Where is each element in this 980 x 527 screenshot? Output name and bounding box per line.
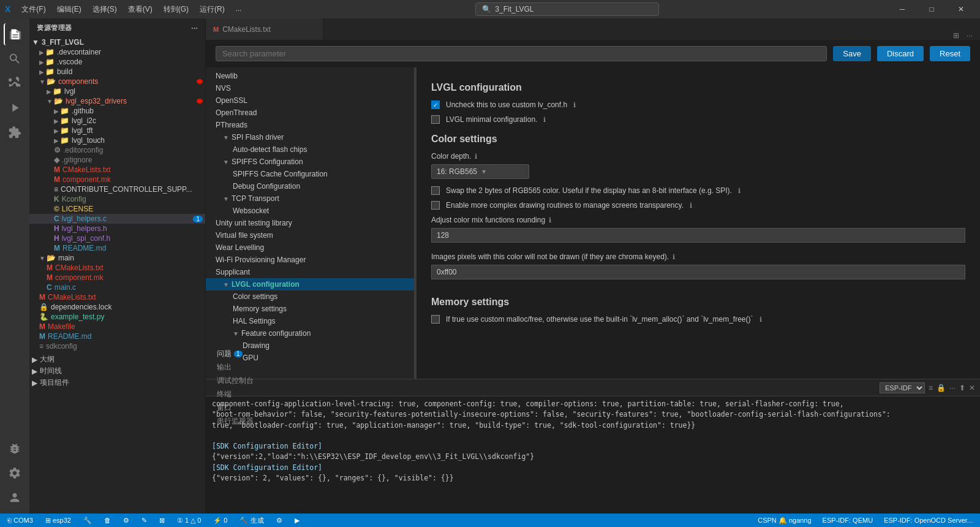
tree-item[interactable]: ▼📂lvgl_esp32_drivers [29,96,205,106]
checkbox-swap-bytes[interactable] [431,186,440,195]
status-port[interactable]: ⎗ COM3 [5,517,36,524]
info-icon-minimal-conf[interactable]: ℹ [543,116,546,124]
sdk-nav-item[interactable]: Supplicant [206,266,414,278]
tree-item[interactable]: ≡CONTRIBUTE_CONTROLLER_SUPP... [29,184,205,194]
checkbox-minimal-conf[interactable] [431,115,440,124]
status-gear-icon[interactable]: ⚙ [121,517,132,525]
sdk-nav-item[interactable]: Websocket [206,205,414,217]
minimize-button[interactable]: ─ [888,0,916,18]
tree-item[interactable]: MCMakeLists.txt [29,263,205,273]
tree-item[interactable]: 🐍example_test.py [29,312,205,322]
menu-item[interactable]: 转到(G) [159,3,194,16]
tree-item[interactable]: ▶📁lvgl [29,86,205,96]
status-build-gear[interactable]: ⚙ [274,517,285,525]
tree-item[interactable]: Hlvgl_helpers.h [29,224,205,233]
info-icon-color-depth[interactable]: ℹ [475,153,477,161]
menu-item[interactable]: ... [231,3,247,16]
terminal-close-icon[interactable]: ✕ [969,384,975,392]
tree-item[interactable]: ▶📁.github [29,106,205,116]
terminal-maximize-icon[interactable]: ⬆ [959,384,965,392]
menu-item[interactable]: 选择(S) [88,3,122,16]
tree-item[interactable]: Mcomponent.mk [29,175,205,184]
status-openocd[interactable]: ESP-IDF: OpenOCD Server... [881,517,975,525]
tree-item[interactable]: ▶📁.vscode [29,57,205,67]
tree-item[interactable]: MREADME.md [29,332,205,341]
sdk-nav-item[interactable]: ▼SPI Flash driver [206,131,414,143]
tree-item[interactable]: ▶📁build [29,67,205,77]
info-icon-custom-malloc[interactable]: ℹ [760,316,762,324]
tree-item[interactable]: ▼📂components [29,77,205,86]
tree-item[interactable]: MCMakeLists.txt [29,165,205,175]
checkbox-custom-conf[interactable] [431,100,440,109]
terminal-tab-调试控制台[interactable]: 调试控制台 [211,374,260,388]
color-mix-rounding-input[interactable] [431,228,965,243]
tree-item[interactable]: ▶📁.devcontainer [29,47,205,57]
tree-item[interactable]: Cmain.c [29,282,205,292]
tree-item[interactable]: MMakefile [29,322,205,332]
status-qemu[interactable]: ESP-IDF: QEMU [820,517,876,525]
status-run[interactable]: ▶ [292,517,302,525]
menu-item[interactable]: 查看(V) [123,3,157,16]
info-icon-complex-drawing[interactable]: ℹ [690,202,692,210]
color-depth-select[interactable]: 16: RGB565▾ [431,164,529,179]
sidebar-section-timeline[interactable]: ▶ 时间线 [29,365,205,377]
tree-item[interactable]: ▼📂main [29,253,205,263]
sidebar-section-outline[interactable]: ▶ 大纲 [29,354,205,365]
status-errors[interactable]: ① 1 △ 0 [175,517,203,525]
tree-item[interactable]: 🔒dependencies.lock [29,302,205,312]
checkbox-complex-drawing[interactable] [431,201,440,210]
tree-item[interactable]: ©LICENSE [29,204,205,214]
status-warnings[interactable]: ⚡ 0 [211,517,230,525]
sdk-nav-item[interactable]: OpenSSL [206,94,414,107]
menu-item[interactable]: 编辑(E) [52,3,86,16]
sdk-nav-item[interactable]: ▼LVGL configuration [206,278,414,290]
menu-item[interactable]: 运行(R) [195,3,230,16]
sdk-nav-item[interactable]: PThreads [206,119,414,131]
terminal-tab-问题[interactable]: 问题1 [211,347,260,361]
title-search-box[interactable]: 🔍 3_Fit_LVGL [475,2,659,16]
sdk-nav-item[interactable]: ▼TCP Transport [206,192,414,205]
tree-item[interactable]: ▶📁lvgl_i2c [29,116,205,126]
sdk-nav-item[interactable]: HAL Settings [206,315,414,327]
discard-button[interactable]: Discard [877,46,924,61]
sidebar-more[interactable]: ··· [191,25,198,32]
sdk-nav-item[interactable]: Wear Levelling [206,241,414,254]
tree-item[interactable]: ▶📁lvgl_touch [29,135,205,145]
activity-search[interactable] [4,48,26,70]
chroma-key-input[interactable] [431,265,965,279]
sdk-nav-item[interactable]: ▼Feature configuration [206,327,414,339]
search-parameter-input[interactable] [222,49,820,58]
sdk-nav-item[interactable]: Wi-Fi Provisioning Manager [206,254,414,266]
tree-item[interactable]: MREADME.md [29,243,205,253]
activity-extensions[interactable] [4,121,26,143]
menu-item[interactable]: 文件(F) [17,3,50,16]
activity-debug[interactable] [4,438,26,460]
maximize-button[interactable]: □ [918,0,946,18]
sdk-nav-item[interactable]: ▼SPIFFS Configuration [206,156,414,168]
terminal-lock-icon[interactable]: 🔒 [937,384,946,392]
terminal-tab-输出[interactable]: 输出 [211,361,260,374]
activity-explorer[interactable] [4,23,26,45]
sdk-nav-item[interactable]: Unity unit testing library [206,217,414,229]
reset-button[interactable]: Reset [930,46,970,61]
tree-item[interactable]: MCMakeLists.txt [29,292,205,302]
split-editor-icon[interactable]: ⊞ [949,31,963,40]
status-checkbox-icon[interactable]: ⊠ [157,517,167,525]
sidebar-section-components[interactable]: ▶ 项目组件 [29,377,205,389]
checkbox-custom-malloc[interactable] [431,315,440,324]
tree-item[interactable]: ⚙.editorconfig [29,145,205,155]
sdk-nav-item[interactable]: Auto-detect flash chips [206,143,414,156]
tab-cmakelists.txt[interactable]: MCMakeLists.txt [206,18,323,40]
sdk-nav-item[interactable]: Virtual file system [206,229,414,241]
sdk-nav-item[interactable]: OpenThread [206,107,414,119]
status-trash-icon[interactable]: 🗑 [102,517,113,524]
info-icon-color-mix-rounding[interactable]: ℹ [549,216,551,224]
activity-source-control[interactable] [4,72,26,94]
tree-item[interactable]: ◆.gitignore [29,155,205,165]
save-button[interactable]: Save [833,46,871,61]
sdk-nav-item[interactable]: NVS [206,82,414,94]
search-parameter-container[interactable] [216,46,827,61]
sdk-nav-item[interactable]: Memory settings [206,303,414,315]
status-flash-icon[interactable]: 🔧 [81,517,94,525]
info-icon-chroma-key[interactable]: ℹ [673,253,675,261]
